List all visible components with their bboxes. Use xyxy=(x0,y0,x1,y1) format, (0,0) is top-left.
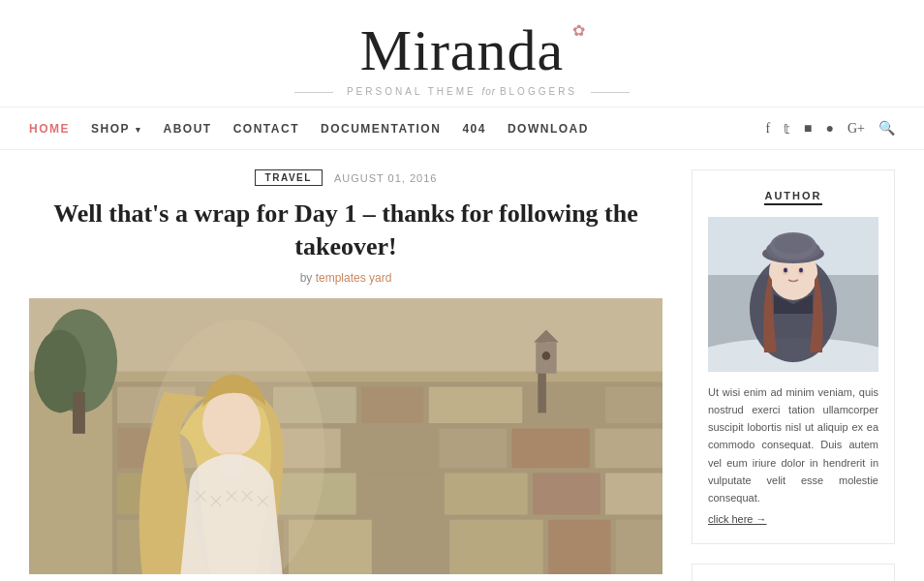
nav-links: HOME SHOP ▾ ABOUT CONTACT DOCUMENTATION … xyxy=(29,122,589,136)
author-widget-title-wrap: AUTHOR xyxy=(708,186,878,203)
content-area: TRAVEL AUGUST 01, 2016 Well that's a wra… xyxy=(29,169,662,581)
article-author: by templates yard xyxy=(29,271,662,285)
svg-point-39 xyxy=(202,389,261,456)
svg-rect-7 xyxy=(429,386,522,423)
svg-rect-13 xyxy=(346,428,434,468)
svg-rect-29 xyxy=(548,519,610,573)
svg-rect-28 xyxy=(449,519,542,573)
svg-point-53 xyxy=(784,268,787,273)
nav-home[interactable]: HOME xyxy=(29,122,70,136)
nav-about[interactable]: ABOUT xyxy=(164,122,212,136)
svg-rect-30 xyxy=(616,519,662,573)
author-bio-link-wrap: click here → xyxy=(708,510,878,528)
author-read-more[interactable]: click here → xyxy=(708,513,767,525)
flower-decoration: ✿ xyxy=(572,21,585,40)
nav-404[interactable]: 404 xyxy=(462,122,486,136)
shop-caret: ▾ xyxy=(132,125,142,135)
svg-rect-21 xyxy=(445,473,528,514)
svg-rect-14 xyxy=(439,428,507,468)
nav-contact[interactable]: CONTACT xyxy=(233,122,299,136)
svg-rect-22 xyxy=(533,473,601,514)
instagram-icon[interactable]: ■ xyxy=(804,121,812,137)
search-icon[interactable]: 🔍 xyxy=(878,120,895,137)
svg-rect-23 xyxy=(605,473,662,514)
svg-rect-16 xyxy=(595,428,662,468)
nav-download[interactable]: DOWNLOAD xyxy=(508,122,589,136)
main-layout: TRAVEL AUGUST 01, 2016 Well that's a wra… xyxy=(0,169,924,581)
author-photo xyxy=(708,217,878,372)
facebook-icon[interactable]: f xyxy=(765,121,770,137)
author-link[interactable]: templates yard xyxy=(316,271,392,285)
svg-point-37 xyxy=(542,352,551,360)
site-header: Miranda ✿ PERSONAL THEME for BLOGGERS xyxy=(0,0,924,107)
site-tagline: PERSONAL THEME for BLOGGERS xyxy=(0,86,924,97)
svg-rect-27 xyxy=(377,519,445,573)
follow-widget: FOLLOW US xyxy=(692,564,895,581)
main-navigation: HOME SHOP ▾ ABOUT CONTACT DOCUMENTATION … xyxy=(0,107,924,150)
twitter-icon[interactable]: 𝕥 xyxy=(784,121,790,137)
author-widget: AUTHOR xyxy=(692,169,895,544)
article-date: AUGUST 01, 2016 xyxy=(334,172,438,184)
svg-point-50 xyxy=(774,234,813,254)
featured-image xyxy=(29,298,662,574)
sidebar: AUTHOR xyxy=(692,169,895,581)
svg-rect-15 xyxy=(512,428,590,468)
svg-rect-33 xyxy=(73,392,85,434)
svg-rect-6 xyxy=(361,386,423,423)
author-bio: Ut wisi enim ad minim veniam, quis nostr… xyxy=(708,383,878,506)
svg-rect-9 xyxy=(605,386,662,423)
article-meta: TRAVEL AUGUST 01, 2016 xyxy=(29,169,662,186)
site-title: Miranda ✿ xyxy=(360,17,564,84)
author-widget-title: AUTHOR xyxy=(764,190,821,205)
nav-documentation[interactable]: DOCUMENTATION xyxy=(321,122,441,136)
nav-shop[interactable]: SHOP ▾ xyxy=(91,122,142,136)
svg-rect-20 xyxy=(361,473,439,514)
googleplus-icon[interactable]: G+ xyxy=(847,121,865,137)
category-tag[interactable]: TRAVEL xyxy=(255,169,323,186)
pinterest-icon[interactable]: ● xyxy=(826,121,834,137)
article-title: Well that's a wrap for Day 1 – thanks fo… xyxy=(29,198,662,263)
svg-point-54 xyxy=(799,268,803,273)
social-icons: f 𝕥 ■ ● G+ 🔍 xyxy=(765,120,895,137)
